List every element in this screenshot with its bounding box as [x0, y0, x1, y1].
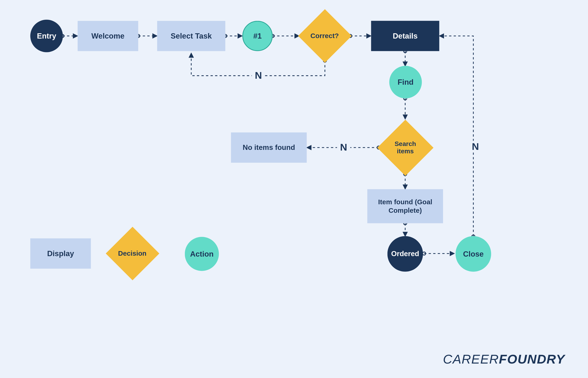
node-label: Item found (Goal Complete) [371, 198, 439, 215]
legend-label: Decision [118, 249, 147, 257]
node-search-items-decision: Search items [377, 120, 434, 176]
legend-label: Display [47, 249, 74, 258]
node-item-found: Item found (Goal Complete) [367, 189, 443, 223]
legend-action: Action [185, 237, 219, 271]
connectors-layer [0, 0, 588, 378]
node-label: Find [398, 78, 414, 87]
node-label: Select Task [171, 32, 212, 40]
node-label: Welcome [91, 32, 125, 40]
legend-display: Display [30, 238, 91, 269]
node-details: Details [371, 21, 439, 51]
edge-label-close-no: N [469, 141, 482, 152]
node-close: Close [455, 236, 491, 272]
node-label: Correct? [311, 32, 339, 40]
node-no-items: No items found [231, 133, 307, 163]
node-select-task: Select Task [157, 21, 225, 51]
legend-decision: Decision [106, 227, 159, 280]
node-label: Search items [385, 141, 425, 155]
node-ordered: Ordered [388, 236, 423, 272]
node-entry: Entry [30, 20, 63, 52]
brand-logo: CAREERFOUNDRY [443, 352, 565, 366]
node-label: Ordered [391, 250, 419, 258]
node-label: Details [393, 32, 418, 40]
node-label: Close [463, 249, 484, 258]
brand-bold: FOUNDRY [499, 352, 565, 366]
brand-thin: CAREER [443, 352, 499, 366]
edge-label-correct-no: N [252, 69, 265, 81]
legend-label: Action [190, 249, 214, 258]
flowchart-canvas: Entry Welcome Select Task #1 Correct? De… [0, 0, 588, 378]
node-label: No items found [243, 143, 295, 152]
node-label: Entry [37, 32, 56, 40]
node-label: #1 [253, 32, 262, 40]
node-hash1: #1 [242, 21, 273, 51]
edge-label-search-no: N [337, 142, 350, 153]
node-welcome: Welcome [78, 21, 138, 51]
node-find: Find [389, 66, 422, 98]
node-correct-decision: Correct? [298, 9, 352, 63]
